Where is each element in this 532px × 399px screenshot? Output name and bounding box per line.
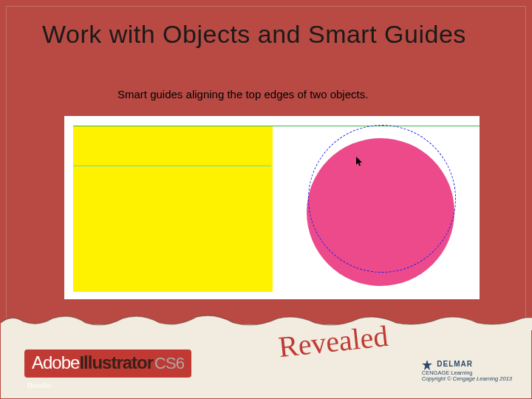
drag-outline-circle <box>308 125 456 273</box>
author-name: Botello <box>27 381 51 389</box>
publisher-block: DELMAR CENGAGE Learning Copyright © Ceng… <box>422 360 512 383</box>
revealed-script-logo: Revealed <box>279 324 397 367</box>
publisher-brand: DELMAR <box>437 360 473 368</box>
slide-title: Work with Objects and Smart Guides <box>42 20 466 49</box>
smart-guide-top-edge <box>73 126 480 126</box>
publisher-line1: DELMAR <box>422 360 512 370</box>
book-title-logo: AdobeIllustratorCS6 <box>24 349 191 378</box>
smart-guide-horizontal <box>73 166 271 166</box>
footer-area: AdobeIllustratorCS6 Revealed Botello DEL… <box>7 318 525 392</box>
product-word: Illustrator <box>79 352 153 372</box>
illustration-figure <box>64 116 480 299</box>
adobe-word: Adobe <box>32 352 79 372</box>
publisher-star-icon <box>422 360 432 370</box>
version-word: CS6 <box>154 354 184 372</box>
yellow-rectangle <box>73 126 273 292</box>
figure-caption: Smart guides aligning the top edges of t… <box>117 88 368 100</box>
publisher-copyright: Copyright © Cengage Learning 2013 <box>422 376 512 382</box>
arrow-cursor-icon <box>356 157 364 167</box>
slide-container: Work with Objects and Smart Guides Smart… <box>6 6 526 393</box>
adobe-badge: AdobeIllustratorCS6 <box>24 349 191 378</box>
revealed-text: Revealed <box>279 324 389 364</box>
